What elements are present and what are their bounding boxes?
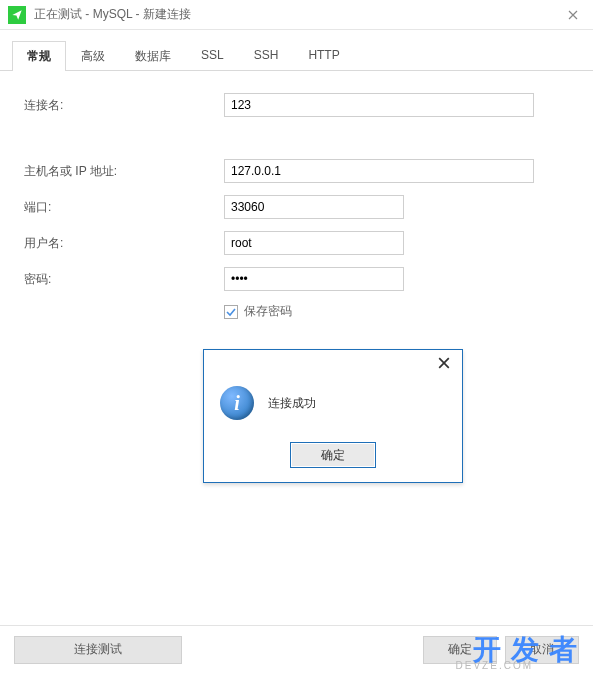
host-input[interactable] <box>224 159 534 183</box>
tab-ssl[interactable]: SSL <box>186 41 239 71</box>
label-port: 端口: <box>24 199 224 216</box>
close-icon <box>438 357 450 369</box>
test-connection-button[interactable]: 连接测试 <box>14 636 182 664</box>
dialog-message: 连接成功 <box>268 395 316 412</box>
dialog-close-button[interactable] <box>432 353 456 373</box>
ok-button[interactable]: 确定 <box>423 636 497 664</box>
cancel-button[interactable]: 取消 <box>505 636 579 664</box>
tab-http[interactable]: HTTP <box>293 41 354 71</box>
window-close-button[interactable] <box>553 0 593 30</box>
connection-name-input[interactable] <box>224 93 534 117</box>
dialog-ok-button[interactable]: 确定 <box>290 442 376 468</box>
port-input[interactable] <box>224 195 404 219</box>
check-icon <box>226 307 236 317</box>
label-host: 主机名或 IP 地址: <box>24 163 224 180</box>
save-password-checkbox[interactable] <box>224 305 238 319</box>
message-dialog: i 连接成功 确定 <box>203 349 463 483</box>
tab-general[interactable]: 常规 <box>12 41 66 71</box>
tab-advanced[interactable]: 高级 <box>66 41 120 71</box>
titlebar: 正在测试 - MySQL - 新建连接 <box>0 0 593 30</box>
tab-ssh[interactable]: SSH <box>239 41 294 71</box>
save-password-label: 保存密码 <box>244 303 292 320</box>
info-icon: i <box>220 386 254 420</box>
tabs: 常规 高级 数据库 SSL SSH HTTP <box>0 30 593 71</box>
footer: 连接测试 确定 取消 <box>0 625 593 673</box>
tab-database[interactable]: 数据库 <box>120 41 186 71</box>
username-input[interactable] <box>224 231 404 255</box>
password-input[interactable] <box>224 267 404 291</box>
label-password: 密码: <box>24 271 224 288</box>
label-username: 用户名: <box>24 235 224 252</box>
close-icon <box>568 10 578 20</box>
form-general: 连接名: 主机名或 IP 地址: 端口: 用户名: 密码: 保存密码 <box>0 71 593 336</box>
app-icon <box>8 6 26 24</box>
label-connection-name: 连接名: <box>24 97 224 114</box>
window-title: 正在测试 - MySQL - 新建连接 <box>34 6 553 23</box>
